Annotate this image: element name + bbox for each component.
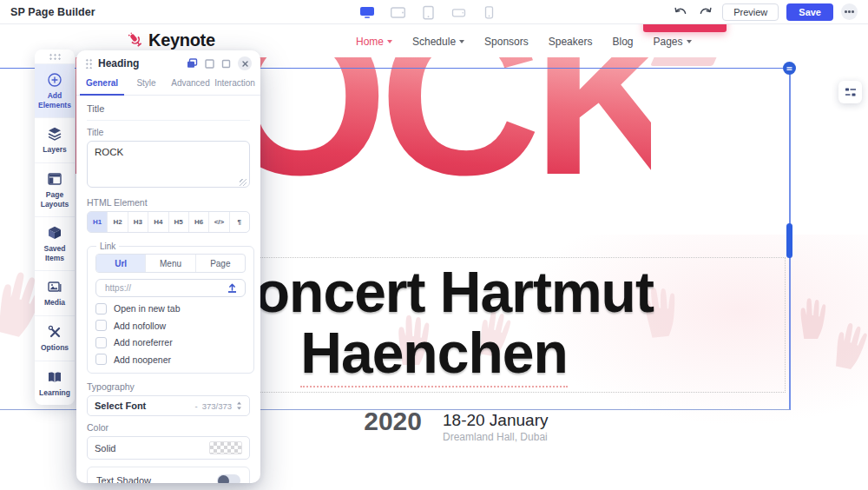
nav-item-home[interactable]: Home (356, 36, 392, 48)
redo-button[interactable] (697, 3, 714, 21)
app-title: SP Page Builder (10, 6, 95, 18)
text-shadow-label: Text Shadow (96, 475, 151, 483)
tab-advanced[interactable]: Advanced (168, 73, 213, 95)
html-h4-button[interactable]: H4 (148, 212, 168, 232)
save-button[interactable]: Save (786, 3, 833, 21)
checkbox-add-nofollow[interactable]: Add nofollow (95, 320, 246, 331)
mobile-portrait-icon (482, 5, 496, 20)
html-element-label: HTML Element (87, 197, 250, 208)
media-icon (47, 279, 62, 295)
nav-item-blog[interactable]: Blog (612, 36, 633, 48)
caret-down-icon (387, 40, 392, 43)
font-meta: - 373/373 (194, 401, 242, 411)
color-swatch[interactable] (209, 441, 242, 454)
html-element-group: H1 H2 H3 H4 H5 H6 </> ¶ (87, 211, 250, 233)
panel-body: Title Title ROCK HTML Element H1 H2 H3 H… (76, 96, 260, 483)
color-row[interactable]: Solid (87, 436, 250, 460)
title-input[interactable]: ROCK (87, 141, 250, 188)
html-code-button[interactable]: </> (209, 212, 229, 232)
checkbox-add-noopener[interactable]: Add noopener (95, 354, 246, 365)
sidebar-item-media[interactable]: Media (35, 270, 75, 315)
sidebar-item-layers[interactable]: Layers (35, 117, 75, 162)
duplicate-panel-icon[interactable] (187, 58, 198, 69)
section-header-title: Title (87, 96, 250, 121)
caret-down-icon (459, 40, 464, 43)
redo-icon (699, 6, 713, 17)
html-paragraph-button[interactable]: ¶ (230, 212, 249, 232)
site-logo[interactable]: Keynote (127, 30, 215, 50)
select-font-button[interactable]: Select Font (95, 401, 146, 411)
panel-title: Heading (98, 57, 139, 70)
device-mobile-portrait-button[interactable] (479, 3, 498, 22)
device-mobile-landscape-button[interactable] (449, 3, 468, 22)
text-shadow-row: Text Shadow (87, 467, 250, 483)
url-input[interactable] (103, 282, 221, 294)
section-resize-handle[interactable] (786, 223, 792, 258)
link-tab-menu[interactable]: Menu (146, 255, 195, 272)
text-shadow-toggle[interactable] (217, 474, 240, 483)
event-dates[interactable]: 18-20 January (443, 411, 548, 430)
crowd-hand-silhouette (794, 282, 833, 360)
panel-size-small-icon[interactable] (221, 59, 231, 69)
checkbox-icon (95, 337, 107, 348)
close-icon (242, 61, 248, 67)
html-h2-button[interactable]: H2 (108, 212, 128, 232)
nav-item-schedule[interactable]: Schedule (412, 36, 464, 48)
color-label: Color (87, 422, 250, 433)
device-tablet-landscape-button[interactable] (388, 3, 407, 22)
saved-items-cube-icon (47, 225, 62, 241)
tools-icon (47, 324, 62, 340)
device-desktop-button[interactable] (358, 3, 377, 22)
checkbox-icon (95, 320, 107, 331)
sidebar-drag-handle[interactable] (35, 50, 75, 63)
html-h6-button[interactable]: H6 (189, 212, 209, 232)
tab-interaction[interactable]: Interaction (213, 73, 257, 95)
section-handle[interactable] (783, 62, 796, 75)
section-handle-icon (786, 66, 792, 71)
nav-item-sponsors[interactable]: Sponsors (484, 36, 529, 48)
sidebar-item-learning[interactable]: Learning (35, 361, 75, 406)
ellipsis-icon (848, 10, 850, 12)
device-preview-group (358, 0, 498, 24)
upload-icon[interactable] (227, 282, 238, 294)
select-font-row[interactable]: Select Font - 373/373 (87, 395, 250, 416)
html-h5-button[interactable]: H5 (169, 212, 189, 232)
panel-tabs: General Style Advanced Interaction (76, 73, 260, 96)
toolbar-actions: Preview Save (672, 3, 858, 21)
link-tab-page[interactable]: Page (196, 255, 245, 272)
html-h3-button[interactable]: H3 (128, 212, 148, 232)
link-legend: Link (96, 242, 119, 251)
tab-style[interactable]: Style (124, 73, 168, 95)
undo-button[interactable] (672, 3, 689, 21)
sidebar-item-saved-items[interactable]: Saved Items (35, 216, 75, 270)
sidebar-item-options[interactable]: Options (35, 315, 75, 361)
font-count: 373/373 (202, 401, 232, 411)
preview-button[interactable]: Preview (722, 3, 779, 21)
element-settings-button[interactable] (838, 81, 862, 103)
link-tab-url[interactable]: Url (96, 255, 146, 272)
heading-line-2: Haenchen (300, 321, 567, 387)
more-options-button[interactable] (841, 3, 858, 20)
sidebar-item-add-elements[interactable]: Add Elements (35, 63, 75, 117)
page-layouts-icon (47, 171, 62, 187)
panel-drag-handle[interactable] (85, 58, 92, 69)
panel-close-button[interactable] (238, 56, 252, 70)
tab-general[interactable]: General (80, 73, 124, 96)
nav-item-speakers[interactable]: Speakers (549, 36, 593, 48)
builder-toolbar: SP Page Builder (0, 0, 868, 24)
builder-sidebar: Add Elements Layers Page Layouts Saved I… (35, 50, 75, 405)
event-year[interactable]: 2020 (328, 407, 422, 436)
color-mode: Solid (95, 443, 115, 454)
checkbox-add-noreferrer[interactable]: Add noreferrer (95, 337, 246, 348)
checkbox-icon (95, 303, 107, 315)
checkbox-open-new-tab[interactable]: Open in new tab (95, 303, 246, 315)
typography-label: Typography (87, 381, 250, 392)
device-tablet-portrait-button[interactable] (418, 3, 437, 22)
panel-size-medium-icon[interactable] (205, 59, 214, 69)
book-icon (47, 369, 62, 385)
mobile-landscape-icon (450, 6, 467, 19)
sidebar-item-page-layouts[interactable]: Page Layouts (35, 162, 75, 216)
nav-item-pages[interactable]: Pages (654, 36, 692, 48)
event-venue[interactable]: Dreamland Hall, Dubai (443, 431, 548, 443)
html-h1-button[interactable]: H1 (88, 212, 108, 232)
